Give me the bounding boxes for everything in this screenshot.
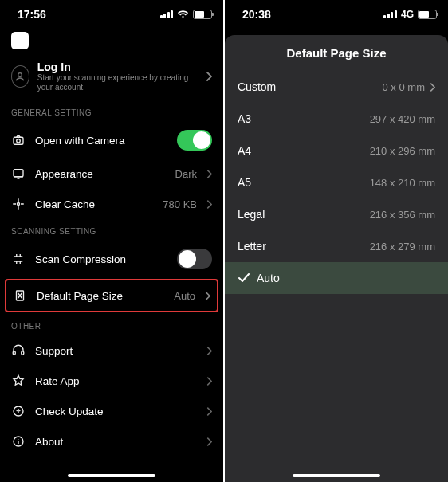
login-row[interactable]: Log In Start your scanning experience by… <box>0 56 223 100</box>
option-a5[interactable]: A5 148 x 210 mm <box>225 167 448 198</box>
option-label: A5 <box>238 176 251 189</box>
chevron-right-icon <box>205 292 210 300</box>
row-clear-cache[interactable]: Clear Cache 780 KB <box>0 189 223 219</box>
svg-point-0 <box>18 73 22 77</box>
option-custom[interactable]: Custom 0 x 0 mm <box>225 71 448 103</box>
login-subtitle: Start your scanning experience by creati… <box>37 73 198 92</box>
chevron-right-icon <box>206 407 212 416</box>
status-time: 20:38 <box>242 8 271 21</box>
svg-rect-1 <box>14 137 23 144</box>
sheet-title: Default Page Size <box>225 35 448 71</box>
info-icon <box>11 434 26 449</box>
option-label: Legal <box>238 208 265 221</box>
option-legal[interactable]: Legal 216 x 356 mm <box>225 198 448 230</box>
option-label: Letter <box>238 240 266 253</box>
login-text: Log In Start your scanning experience by… <box>37 61 198 92</box>
wifi-icon <box>177 10 189 19</box>
svg-rect-3 <box>14 170 23 177</box>
option-value: 216 x 279 mm <box>370 241 435 253</box>
option-value: 297 x 420 mm <box>370 113 435 125</box>
battery-icon <box>418 10 437 19</box>
network-label: 4G <box>401 9 414 20</box>
option-a3[interactable]: A3 297 x 420 mm <box>225 103 448 135</box>
option-a4[interactable]: A4 210 x 296 mm <box>225 135 448 167</box>
support-icon <box>11 343 26 358</box>
compression-icon <box>11 252 26 266</box>
option-label: Auto <box>257 272 280 284</box>
avatar-icon <box>11 65 29 88</box>
row-value: Dark <box>175 168 197 180</box>
chevron-right-icon <box>206 347 212 355</box>
row-label: Appearance <box>35 168 166 180</box>
row-label: Scan Compression <box>35 253 167 265</box>
status-bar: 17:56 <box>0 0 223 29</box>
row-open-camera[interactable]: Open with Camera <box>0 122 223 159</box>
svg-point-4 <box>18 203 20 206</box>
update-icon <box>11 404 26 418</box>
row-label: Clear Cache <box>35 198 153 210</box>
option-label: A3 <box>238 112 251 125</box>
status-time: 17:56 <box>18 8 46 21</box>
svg-rect-6 <box>13 351 15 355</box>
check-icon <box>238 273 250 283</box>
chevron-right-icon <box>206 377 212 386</box>
row-about[interactable]: About <box>0 426 223 457</box>
home-indicator[interactable] <box>68 474 155 477</box>
star-icon <box>11 374 26 388</box>
cache-icon <box>11 197 26 211</box>
status-bar: 20:38 4G <box>225 0 448 29</box>
row-value: 780 KB <box>163 198 197 210</box>
settings-screen: 17:56 Log In Start your scanning experie… <box>0 0 223 482</box>
option-value: 210 x 296 mm <box>370 145 435 157</box>
chevron-right-icon <box>206 437 212 446</box>
page-size-screen: 20:38 4G Default Page Size Custom 0 x 0 … <box>225 0 448 482</box>
option-letter[interactable]: Letter 216 x 279 mm <box>225 230 448 262</box>
section-general: GENERAL SETTING <box>0 100 223 122</box>
chevron-right-icon <box>430 83 435 92</box>
option-value: 216 x 356 mm <box>370 209 435 221</box>
app-logo <box>11 32 29 49</box>
row-label: Open with Camera <box>35 135 167 147</box>
row-scan-compression[interactable]: Scan Compression <box>0 241 223 277</box>
row-support[interactable]: Support <box>0 335 223 366</box>
row-label: Rate App <box>35 375 197 387</box>
row-label: Check Update <box>35 406 197 417</box>
camera-icon <box>11 133 26 147</box>
chevron-right-icon <box>206 72 212 81</box>
row-label: About <box>35 436 197 448</box>
option-auto[interactable]: Auto <box>225 262 448 294</box>
row-appearance[interactable]: Appearance Dark <box>0 159 223 189</box>
row-value: Auto <box>174 290 195 302</box>
battery-icon <box>193 10 212 19</box>
option-label: Custom <box>238 80 276 93</box>
row-default-page-size[interactable]: Default Page Size Auto <box>5 279 218 312</box>
row-label: Default Page Size <box>37 290 164 302</box>
svg-point-2 <box>17 139 21 143</box>
option-value: 148 x 210 mm <box>370 177 435 189</box>
signal-icon <box>383 10 397 18</box>
option-label: A4 <box>238 144 251 157</box>
signal-icon <box>160 10 174 18</box>
section-other: OTHER <box>0 314 223 335</box>
home-indicator[interactable] <box>293 474 380 477</box>
chevron-right-icon <box>206 200 212 209</box>
status-icons: 4G <box>383 9 437 20</box>
options-sheet: Default Page Size Custom 0 x 0 mm A3 297… <box>225 35 448 482</box>
page-size-icon <box>13 288 27 303</box>
chevron-right-icon <box>206 170 212 178</box>
login-title: Log In <box>37 61 198 73</box>
row-label: Support <box>35 345 197 357</box>
status-icons <box>160 10 213 19</box>
toggle-off[interactable] <box>177 249 212 269</box>
toggle-on[interactable] <box>177 130 212 151</box>
option-value: 0 x 0 mm <box>383 81 435 93</box>
row-rate[interactable]: Rate App <box>0 366 223 396</box>
row-update[interactable]: Check Update <box>0 396 223 426</box>
appearance-icon <box>11 167 26 181</box>
svg-rect-7 <box>22 351 24 355</box>
section-scanning: SCANNING SETTING <box>0 219 223 241</box>
